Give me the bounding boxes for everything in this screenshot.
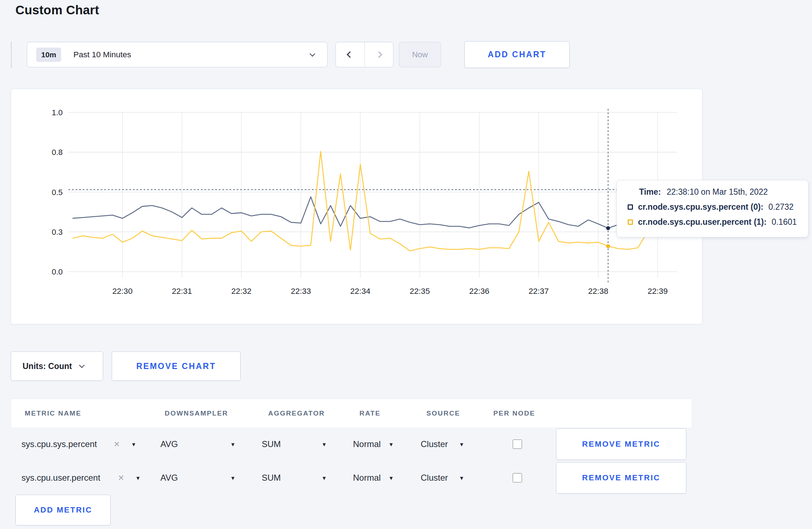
tooltip-series-row: cr.node.sys.cpu.user.percent (1): 0.1601: [628, 217, 801, 227]
x-axis-tick-label: 22:31: [172, 287, 192, 296]
rate-select[interactable]: Normal: [353, 439, 381, 449]
x-axis-tick-label: 22:30: [112, 287, 132, 296]
dropdown-caret-icon[interactable]: ▼: [230, 441, 236, 447]
dropdown-caret-icon[interactable]: ▼: [388, 441, 394, 447]
chevron-down-icon: [310, 51, 315, 57]
dropdown-caret-icon[interactable]: ▼: [459, 475, 464, 481]
x-axis-tick-label: 22:33: [291, 287, 311, 296]
chevron-left-icon: [347, 51, 353, 58]
aggregator-select[interactable]: SUM: [262, 473, 281, 483]
dropdown-caret-icon[interactable]: ▼: [322, 441, 327, 447]
col-header-metric-name: METRIC NAME: [25, 409, 81, 417]
aggregator-select[interactable]: SUM: [262, 439, 281, 449]
tooltip-series-row: cr.node.sys.cpu.sys.percent (0): 0.2732: [628, 202, 801, 212]
downsampler-select[interactable]: AVG: [160, 439, 178, 449]
series-line: [73, 197, 668, 228]
cpu-percent-line-chart[interactable]: 0.00.30.50.81.022:3022:3122:3222:3322:34…: [11, 89, 702, 324]
dropdown-caret-icon[interactable]: ▼: [322, 475, 327, 481]
col-header-source: SOURCE: [426, 409, 460, 417]
y-axis-tick-label: 0.0: [52, 267, 63, 276]
units-label: Units: Count: [23, 361, 72, 371]
dropdown-caret-icon[interactable]: ▼: [230, 475, 236, 481]
x-axis-tick-label: 22:39: [648, 287, 668, 296]
y-axis-tick-label: 1.0: [52, 108, 63, 117]
dropdown-caret-icon[interactable]: ▼: [388, 475, 394, 481]
x-axis-tick-label: 22:34: [350, 287, 370, 296]
hover-point-dot: [606, 226, 610, 230]
sys-percent-swatch-icon: [628, 204, 633, 210]
x-axis-tick-label: 22:37: [529, 287, 549, 296]
toolbar-divider: [11, 42, 12, 68]
custom-chart-page: Custom Chart 10m Past 10 Minutes Now ADD…: [0, 0, 812, 529]
remove-metric-button[interactable]: REMOVE METRIC: [556, 428, 686, 460]
tooltip-time-value: 22:38:10 on Mar 15th, 2022: [667, 187, 768, 196]
downsampler-select[interactable]: AVG: [160, 473, 178, 483]
user-percent-swatch-icon: [628, 219, 633, 225]
clear-metric-icon[interactable]: ×: [118, 473, 124, 483]
add-metric-button[interactable]: ADD METRIC: [15, 495, 111, 525]
metric-dropdown-icon[interactable]: ▼: [135, 475, 141, 481]
time-pager: [335, 42, 393, 67]
metric-row: sys.cpu.user.percent × ▼ AVG ▼ SUM ▼ Nor…: [11, 461, 692, 495]
source-select[interactable]: Cluster: [421, 439, 448, 449]
chevron-down-icon: [79, 362, 85, 368]
chart-hover-tooltip: Time:22:38:10 on Mar 15th, 2022 cr.node.…: [617, 180, 808, 237]
tooltip-series-value: 0.2732: [768, 202, 793, 212]
dropdown-caret-icon[interactable]: ▼: [459, 441, 464, 447]
hover-point-dot: [606, 244, 610, 248]
per-node-checkbox[interactable]: [513, 440, 522, 449]
add-chart-button[interactable]: ADD CHART: [464, 41, 570, 68]
x-axis-tick-label: 22:36: [469, 287, 489, 296]
source-select[interactable]: Cluster: [421, 473, 448, 483]
previous-timespan-button[interactable]: [336, 42, 365, 67]
tooltip-time-row: Time:22:38:10 on Mar 15th, 2022: [639, 187, 801, 197]
x-axis-tick-label: 22:35: [410, 287, 430, 296]
units-select[interactable]: Units: Count: [11, 351, 103, 381]
time-range-label: Past 10 Minutes: [73, 50, 131, 59]
clear-metric-icon[interactable]: ×: [114, 439, 120, 449]
metric-row: sys.cpu.sys.percent × ▼ AVG ▼ SUM ▼ Norm…: [11, 427, 692, 461]
x-axis-tick-label: 22:38: [588, 287, 608, 296]
y-axis-tick-label: 0.3: [52, 228, 63, 237]
metric-dropdown-icon[interactable]: ▼: [131, 441, 136, 447]
col-header-rate: RATE: [359, 409, 381, 417]
remove-chart-button[interactable]: REMOVE CHART: [112, 351, 241, 381]
next-timespan-button[interactable]: [365, 42, 393, 67]
series-line: [73, 151, 668, 251]
page-title: Custom Chart: [15, 3, 99, 17]
col-header-per-node: PER NODE: [493, 409, 535, 417]
time-range-badge: 10m: [36, 48, 61, 62]
remove-metric-button[interactable]: REMOVE METRIC: [556, 462, 686, 494]
tooltip-series-value: 0.1601: [772, 217, 797, 227]
col-header-downsampler: DOWNSAMPLER: [165, 409, 228, 417]
metric-name-value[interactable]: sys.cpu.sys.percent: [21, 439, 97, 449]
now-button[interactable]: Now: [399, 42, 441, 67]
tooltip-time-label: Time:: [639, 187, 661, 196]
per-node-checkbox[interactable]: [513, 473, 522, 482]
x-axis-tick-label: 22:32: [231, 287, 251, 296]
tooltip-series-label: cr.node.sys.cpu.user.percent (1):: [638, 217, 767, 227]
time-range-select[interactable]: 10m Past 10 Minutes: [27, 42, 328, 67]
tooltip-series-label: cr.node.sys.cpu.sys.percent (0):: [638, 202, 763, 212]
col-header-aggregator: AGGREGATOR: [268, 409, 325, 417]
metric-name-value[interactable]: sys.cpu.user.percent: [21, 473, 100, 483]
y-axis-tick-label: 0.8: [52, 148, 63, 157]
chevron-right-icon: [376, 51, 382, 58]
chart-card: 0.00.30.50.81.022:3022:3122:3222:3322:34…: [11, 89, 702, 324]
y-axis-tick-label: 0.5: [52, 188, 63, 197]
rate-select[interactable]: Normal: [353, 473, 381, 483]
metrics-table-header: METRIC NAME DOWNSAMPLER AGGREGATOR RATE …: [11, 399, 692, 427]
